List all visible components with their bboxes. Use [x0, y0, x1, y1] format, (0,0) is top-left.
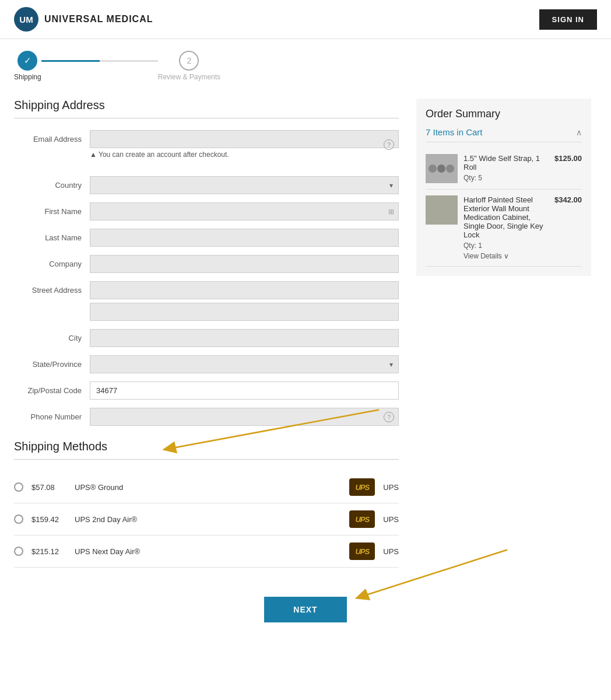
street-input-1[interactable]: [90, 281, 399, 299]
cart-item-2-details: Harloff Painted Steel Exterior Wall Moun…: [463, 195, 549, 260]
lastname-label: Last Name: [14, 229, 90, 242]
next-button-wrap: NEXT: [0, 597, 611, 622]
view-details-link[interactable]: View Details ∨: [463, 252, 549, 260]
svg-point-3: [446, 164, 454, 173]
country-select-wrap: ▾: [90, 176, 399, 194]
firstname-input[interactable]: [90, 202, 399, 220]
ups-carrier-3: UPS: [383, 547, 399, 556]
step-line-active: [41, 60, 100, 62]
street-input-2[interactable]: [90, 303, 399, 321]
shipping-name-1: UPS® Ground: [75, 483, 341, 492]
email-input[interactable]: [90, 130, 399, 148]
ups-logo-1: UPS: [349, 478, 375, 496]
phone-input-wrap: ?: [90, 408, 399, 426]
shipping-radio-3[interactable]: [14, 547, 23, 556]
cart-item-1-name: 1.5" Wide Self Strap, 1 Roll: [463, 154, 549, 172]
shipping-radio-2[interactable]: [14, 514, 23, 524]
cart-item-2-image: [426, 195, 458, 225]
zip-input-wrap: [90, 382, 399, 400]
country-label: Country: [14, 176, 90, 190]
zip-input[interactable]: [90, 382, 399, 400]
step-1-shipping: ✓ Shipping: [14, 51, 41, 81]
step-1-label: Shipping: [14, 73, 41, 81]
zip-label: Zip/Postal Code: [14, 382, 90, 395]
step-line-inactive: [100, 60, 158, 62]
email-help-icon[interactable]: ?: [384, 139, 394, 150]
cart-item-2-img-svg: [426, 195, 458, 225]
city-label: City: [14, 329, 90, 342]
lastname-group: Last Name: [14, 229, 399, 247]
city-input-wrap: [90, 329, 399, 347]
ups-carrier-1: UPS: [383, 483, 399, 492]
svg-point-2: [437, 164, 445, 173]
shipping-name-2: UPS 2nd Day Air®: [75, 515, 341, 524]
form-divider: [14, 118, 399, 118]
state-select[interactable]: [90, 355, 399, 373]
next-button[interactable]: NEXT: [264, 597, 346, 622]
phone-group: Phone Number ?: [14, 408, 399, 426]
lastname-input-wrap: [90, 229, 399, 247]
logo-name: UNIVERSAL MEDICAL: [44, 14, 153, 24]
street-label: Street Address: [14, 281, 90, 295]
cart-items-list: 1.5" Wide Self Strap, 1 Roll Qty: 5 $125…: [426, 148, 582, 267]
cart-item-1: 1.5" Wide Self Strap, 1 Roll Qty: 5 $125…: [426, 148, 582, 190]
shipping-price-1: $57.08: [31, 483, 66, 492]
shipping-method-3: $215.12 UPS Next Day Air® UPS UPS: [14, 536, 399, 568]
progress-steps: ✓ Shipping 2 Review & Payments: [0, 39, 611, 87]
zip-group: Zip/Postal Code: [14, 382, 399, 400]
email-group: Email Address ? ▲ You can create an acco…: [14, 130, 399, 159]
state-group: State/Province ▾: [14, 355, 399, 373]
logo: UM UNIVERSAL MEDICAL: [14, 7, 153, 32]
city-group: City: [14, 329, 399, 347]
logo-icon: UM: [14, 7, 38, 32]
cart-item-1-details: 1.5" Wide Self Strap, 1 Roll Qty: 5: [463, 154, 549, 183]
state-select-wrap: ▾: [90, 355, 399, 373]
shipping-price-3: $215.12: [31, 547, 66, 556]
cart-item-2-name: Harloff Painted Steel Exterior Wall Moun…: [463, 195, 549, 239]
svg-rect-4: [426, 195, 458, 225]
country-group: Country ▾: [14, 176, 399, 194]
street-inputs: [90, 281, 399, 321]
shipping-methods-title: Shipping Methods: [14, 440, 399, 453]
lastname-input[interactable]: [90, 229, 399, 247]
email-input-wrap: ? ▲ You can create an account after chec…: [90, 130, 399, 159]
ups-carrier-2: UPS: [383, 515, 399, 524]
phone-help-icon[interactable]: ?: [384, 412, 394, 422]
company-group: Company: [14, 255, 399, 273]
shipping-form: Shipping Address Email Address ? ▲ You c…: [14, 99, 399, 568]
email-hint: ▲ You can create an account after checko…: [90, 150, 399, 159]
country-select[interactable]: [90, 176, 399, 194]
shipping-address-title: Shipping Address: [14, 99, 399, 112]
shipping-divider: [14, 459, 399, 460]
email-label: Email Address: [14, 130, 90, 144]
step-2-review: 2 Review & Payments: [158, 51, 220, 81]
sign-in-button[interactable]: SIGN IN: [539, 9, 597, 30]
order-summary-sidebar: Order Summary 7 Items in Cart ∧: [416, 99, 591, 568]
step-1-circle: ✓: [17, 51, 37, 71]
step-2-label: Review & Payments: [158, 73, 220, 81]
street-group: Street Address: [14, 281, 399, 321]
cart-item-2-price: $342.00: [554, 195, 582, 260]
svg-point-1: [429, 164, 437, 173]
shipping-price-2: $159.42: [31, 515, 66, 524]
phone-label: Phone Number: [14, 408, 90, 421]
cart-item-2: Harloff Painted Steel Exterior Wall Moun…: [426, 190, 582, 267]
ups-logo-3: UPS: [349, 542, 375, 560]
shipping-name-3: UPS Next Day Air®: [75, 547, 341, 556]
city-input[interactable]: [90, 329, 399, 347]
cart-item-1-img-svg: [426, 154, 458, 183]
cart-item-1-price: $125.00: [554, 154, 582, 183]
firstname-label: First Name: [14, 202, 90, 216]
shipping-radio-1[interactable]: [14, 482, 23, 492]
cart-item-2-qty: Qty: 1: [463, 242, 549, 250]
firstname-icon: ⊞: [388, 208, 394, 216]
items-in-cart-label[interactable]: 7 Items in Cart: [426, 127, 483, 137]
order-summary: Order Summary 7 Items in Cart ∧: [416, 99, 591, 276]
ups-logo-2: UPS: [349, 510, 375, 528]
step-2-circle: 2: [179, 51, 199, 71]
company-input[interactable]: [90, 255, 399, 273]
cart-toggle-icon[interactable]: ∧: [576, 128, 582, 137]
firstname-group: First Name ⊞: [14, 202, 399, 220]
phone-input[interactable]: [90, 408, 399, 426]
cart-item-1-qty: Qty: 5: [463, 174, 549, 182]
